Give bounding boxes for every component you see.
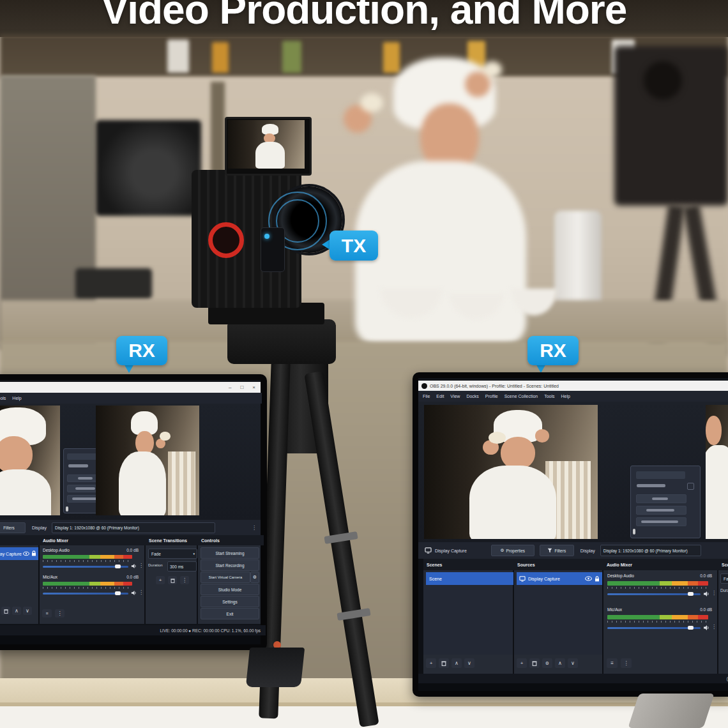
speaker-icon[interactable] (131, 563, 137, 569)
display-select[interactable]: Display 1: 1920x1080 @ 60 (Primary Monit… (600, 545, 701, 556)
display-select[interactable]: Display 1: 1920x1080 @ 60 (Primary Monit… (52, 522, 215, 533)
filters-button[interactable]: Filters (540, 545, 574, 556)
jar-icon (167, 40, 189, 73)
properties-button[interactable]: ⚙ Properties (491, 545, 535, 556)
remove-transition-button[interactable] (168, 576, 177, 584)
kebab-icon[interactable]: ⋮ (139, 589, 144, 595)
maximize-icon[interactable]: □ (240, 384, 243, 390)
move-up-button[interactable]: ∧ (451, 658, 462, 668)
popup-button[interactable] (636, 471, 686, 479)
menu-tools[interactable]: Tools (0, 396, 6, 400)
studio-mode-button[interactable]: Studio Mode (201, 584, 259, 595)
lock-icon[interactable] (31, 550, 36, 556)
popup-dropdown[interactable] (636, 517, 687, 526)
kebab-icon[interactable]: ⋮ (621, 658, 632, 668)
kebab-icon[interactable]: ⋮ (252, 525, 261, 531)
menu-file[interactable]: File (423, 394, 430, 398)
start-recording-button[interactable]: Start Recording (201, 559, 259, 571)
trash-icon (171, 578, 175, 583)
right-obs-titlebar: OBS 29.0.0 (64-bit, windows) - Profile: … (418, 381, 728, 391)
move-up-button[interactable]: ∧ (12, 607, 21, 615)
menu-scene-collection[interactable]: Scene Collection (504, 394, 538, 398)
filters-button[interactable]: Filters (0, 522, 26, 533)
popup-checkbox[interactable] (687, 483, 694, 490)
kebab-icon[interactable]: ⋮ (711, 590, 717, 596)
popup-label (68, 464, 88, 467)
popup-label (637, 484, 665, 487)
display-value: Display 1: 1920x1080 @ 60 (Primary Monit… (55, 526, 139, 530)
move-up-button[interactable]: ∧ (555, 658, 565, 668)
exit-button[interactable]: Exit (201, 608, 259, 619)
mixer-config-icon[interactable]: ≡ (42, 609, 52, 618)
menu-view[interactable]: View (450, 394, 460, 398)
lock-icon[interactable] (595, 576, 600, 582)
remove-source-button[interactable] (1, 607, 10, 615)
speaker-icon[interactable] (703, 625, 709, 631)
start-streaming-button[interactable]: Start Streaming (201, 547, 259, 559)
start-virtual-camera-button[interactable]: Start Virtual Camera (201, 572, 250, 583)
menu-help[interactable]: Help (12, 396, 21, 400)
menu-edit[interactable]: Edit (436, 394, 444, 398)
settings-button[interactable]: Settings (201, 596, 259, 607)
source-properties-button[interactable]: ⚙ (542, 658, 552, 668)
remove-source-button[interactable] (529, 658, 540, 668)
kebab-icon[interactable]: ⋮ (711, 624, 717, 630)
close-icon[interactable]: × (252, 384, 255, 390)
popup-cursor (633, 529, 635, 535)
volume-slider[interactable] (43, 566, 128, 568)
source-name: Display Capture (528, 577, 560, 581)
speaker-icon[interactable] (703, 591, 709, 597)
filters-label: Filters (3, 526, 15, 530)
left-window-controls: – □ × (229, 384, 261, 390)
duration-input[interactable]: 300 ms (167, 561, 197, 572)
kebab-icon[interactable]: ⋮ (180, 576, 189, 584)
menu-docks[interactable]: Docks (466, 394, 478, 398)
remove-scene-button[interactable] (439, 658, 449, 668)
popup-dropdown[interactable] (636, 494, 687, 503)
kebab-icon[interactable]: ⋮ (55, 609, 64, 618)
level-meter (43, 582, 132, 586)
minimize-icon[interactable]: – (229, 384, 231, 390)
video-shadow (228, 120, 259, 169)
eye-icon[interactable] (23, 551, 29, 556)
right-screen-bottom (418, 683, 728, 691)
slider-handle[interactable] (688, 626, 694, 630)
menu-profile[interactable]: Profile (485, 394, 498, 398)
level-meter (43, 555, 132, 559)
move-down-button[interactable]: ∨ (464, 658, 474, 668)
slider-handle[interactable] (688, 592, 694, 596)
virtual-camera-config-button[interactable]: ⚙ (250, 572, 259, 583)
slider-handle[interactable] (115, 565, 121, 568)
level-meter (607, 581, 708, 586)
add-transition-button[interactable]: + (156, 576, 165, 584)
source-item[interactable]: Display Capture (517, 572, 602, 585)
add-scene-button[interactable]: + (426, 658, 436, 668)
scene-item[interactable]: Scene (426, 572, 513, 585)
left-source-item[interactable]: Display Capture (0, 547, 38, 560)
tx-transmitter (261, 227, 285, 272)
mixer-config-icon[interactable]: ≡ (607, 658, 618, 668)
filters-label: Filters (554, 549, 566, 553)
right-status-bar: (●) (418, 674, 728, 683)
volume-slider[interactable] (607, 593, 701, 595)
speaker-icon[interactable] (131, 590, 137, 596)
display-capture-icon (425, 547, 432, 554)
properties-label: Properties (506, 549, 525, 553)
left-monitor: – □ × Tools Help (0, 374, 267, 650)
menu-help[interactable]: Help (561, 394, 570, 398)
add-source-button[interactable]: + (517, 658, 527, 668)
popup-dropdown[interactable] (636, 506, 687, 515)
slider-handle[interactable] (115, 591, 121, 595)
move-down-button[interactable]: ∨ (568, 658, 578, 668)
chef-jacket (355, 161, 526, 345)
move-down-button[interactable]: ∨ (23, 607, 32, 615)
volume-slider[interactable] (43, 593, 128, 595)
volume-slider[interactable] (607, 627, 701, 629)
eye-icon[interactable] (585, 576, 592, 581)
menu-tools[interactable]: Tools (544, 394, 554, 398)
transition-select[interactable]: Fade (720, 573, 728, 584)
left-source-row: Filters Display Display 1: 1920x1080 @ 6… (0, 520, 261, 535)
left-monitor-screen: – □ × Tools Help (0, 380, 261, 644)
kebab-icon[interactable]: ⋮ (139, 563, 144, 568)
transition-select[interactable]: Fade ▾ (148, 549, 197, 559)
